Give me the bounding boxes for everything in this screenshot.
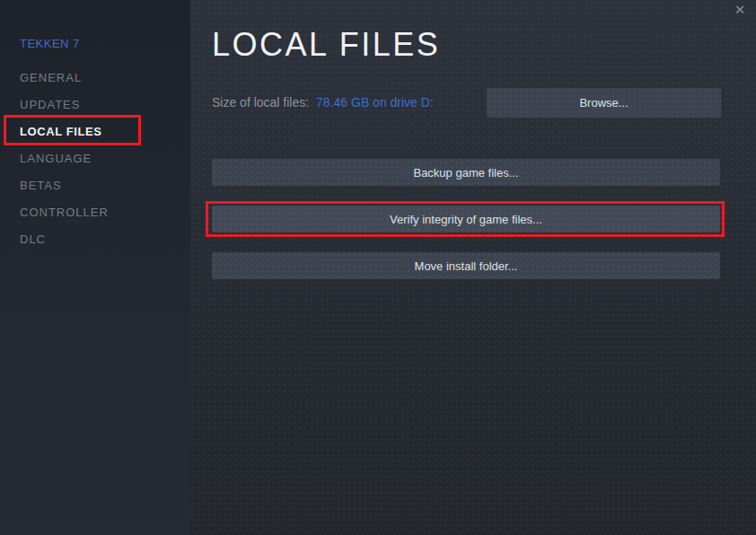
page-title: LOCAL FILES <box>212 26 440 64</box>
properties-sidebar: TEKKEN 7 GENERAL UPDATES LOCAL FILES LAN… <box>0 0 190 535</box>
backup-game-files-button[interactable]: Backup game files... <box>212 159 720 186</box>
local-files-size-row: Size of local files: 78.46 GB on drive D… <box>212 95 434 110</box>
sidebar-item-controller[interactable]: CONTROLLER <box>0 199 190 226</box>
sidebar-item-local-files[interactable]: LOCAL FILES <box>0 118 190 145</box>
sidebar-item-updates[interactable]: UPDATES <box>0 92 190 118</box>
browse-button[interactable]: Browse... <box>487 88 721 118</box>
size-label: Size of local files: <box>212 95 309 110</box>
close-icon[interactable]: ✕ <box>731 1 749 19</box>
verify-integrity-button[interactable]: Verify integrity of game files... <box>212 206 720 232</box>
sidebar-item-betas[interactable]: BETAS <box>0 172 190 199</box>
sidebar-item-dlc[interactable]: DLC <box>0 226 190 253</box>
sidebar-item-general[interactable]: GENERAL <box>0 65 190 92</box>
sidebar-nav: GENERAL UPDATES LOCAL FILES LANGUAGE BET… <box>0 65 190 253</box>
size-value: 78.46 GB on drive D: <box>316 95 434 110</box>
local-files-panel: ✕ LOCAL FILES Size of local files: 78.46… <box>190 0 756 535</box>
sidebar-item-language[interactable]: LANGUAGE <box>0 145 190 172</box>
game-title: TEKKEN 7 <box>20 37 80 50</box>
move-install-folder-button[interactable]: Move install folder... <box>212 252 720 279</box>
